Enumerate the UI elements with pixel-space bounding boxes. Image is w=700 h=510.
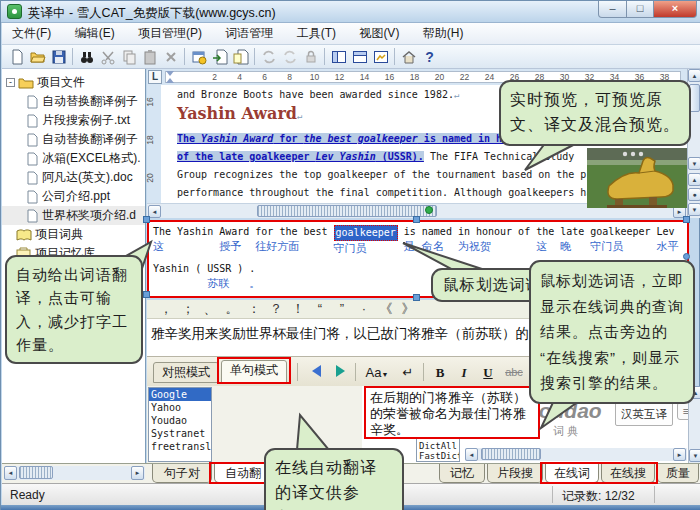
menu-tools[interactable]: 工具(T) xyxy=(287,23,346,44)
tab-quality-check[interactable]: 质量检查 xyxy=(657,464,699,483)
browse-select-button[interactable]: ● xyxy=(688,188,700,201)
open-file-icon[interactable] xyxy=(27,47,48,67)
source-word[interactable]: named xyxy=(422,225,452,239)
engine-item[interactable]: Yahoo xyxy=(149,401,211,414)
refresh-icon[interactable] xyxy=(279,47,300,67)
copy-icon[interactable] xyxy=(118,47,139,67)
tab-memory[interactable]: 记忆库 xyxy=(439,464,485,483)
gloss-word[interactable]: 水平 xyxy=(657,239,679,254)
segment-token[interactable]: in honour为祝贺 xyxy=(458,225,512,256)
gloss-word[interactable]: 往好方面 xyxy=(255,239,327,254)
punct-button[interactable]: ， xyxy=(155,300,177,318)
segment-token[interactable]: Lev水平 xyxy=(657,225,679,256)
browse-previous-button[interactable]: ▲ xyxy=(688,173,700,186)
tree-file-item[interactable]: 阿凡达(英文).doc xyxy=(2,168,145,187)
scrollbar-thumb[interactable] xyxy=(19,466,53,479)
tabstop-selector[interactable]: L xyxy=(148,70,162,84)
menu-help[interactable]: 帮助(H) xyxy=(413,23,474,44)
gloss-word[interactable]: 这 xyxy=(153,239,171,254)
indent-marker-icon[interactable] xyxy=(166,71,174,76)
scroll-right-button[interactable]: ► xyxy=(673,448,686,461)
scroll-up-button[interactable]: ▲ xyxy=(688,69,700,82)
punct-button[interactable]: “ xyxy=(309,300,331,318)
tab-online-dictionary[interactable]: 在线词典 xyxy=(545,464,599,483)
project-export-icon[interactable] xyxy=(188,47,209,67)
target-sentence[interactable]: 雅辛奖用来奖励世界杯最佳门将，以已故门将雅辛（前苏联）的名字命 xyxy=(151,325,570,343)
home-icon[interactable] xyxy=(398,47,419,67)
tree-file-item[interactable]: 世界杯奖项介绍.d xyxy=(2,206,145,225)
sync-icon[interactable] xyxy=(258,47,279,67)
prev-segment-button[interactable] xyxy=(305,362,327,382)
punct-button[interactable]: · xyxy=(353,300,375,318)
source-word[interactable]: is xyxy=(404,225,416,239)
source-word[interactable]: The xyxy=(153,225,171,239)
gloss-word[interactable] xyxy=(237,276,243,291)
gloss-word[interactable]: 授予 xyxy=(219,239,249,254)
punct-button[interactable]: ！ xyxy=(287,300,309,318)
source-word[interactable]: ) xyxy=(237,262,243,276)
tree-file-item[interactable]: 公司介绍.ppt xyxy=(2,187,145,206)
punct-button[interactable]: 。 xyxy=(221,300,243,318)
source-word[interactable]: in honour xyxy=(458,225,512,239)
mt-engine-list[interactable]: Google Yahoo Youdao Systranet freetransl… xyxy=(148,387,212,462)
scroll-right-button[interactable]: ► xyxy=(131,466,144,480)
next-segment-button[interactable] xyxy=(329,362,351,382)
font-button[interactable]: Aa▼ xyxy=(361,362,393,382)
punct-button[interactable]: 《 xyxy=(375,300,397,318)
help-icon[interactable]: ? xyxy=(419,47,440,67)
segment-token[interactable]: late晚 xyxy=(560,225,584,256)
gloss-word[interactable] xyxy=(518,239,530,254)
minimize-button[interactable]: – xyxy=(598,1,627,18)
menu-file[interactable]: 文件(F) xyxy=(2,23,61,44)
cut-icon[interactable] xyxy=(97,47,118,67)
gloss-word[interactable]: 。 xyxy=(249,276,260,291)
scrollbar-thumb[interactable] xyxy=(257,205,437,217)
tree-item-project-dictionary[interactable]: 项目词典 xyxy=(2,225,145,244)
dict-horizontal-scrollbar[interactable]: ◄ ► xyxy=(465,448,687,461)
source-word[interactable]: Yashin ( xyxy=(153,262,201,276)
scroll-down-button[interactable]: ▼ xyxy=(689,449,700,462)
gloss-word[interactable]: 守门员 xyxy=(590,239,650,254)
tab-single-sentence-mode[interactable]: 单句模式 xyxy=(221,360,287,383)
gloss-word[interactable]: 这 xyxy=(536,239,554,254)
tree-file-item[interactable]: 自动替换翻译例子 xyxy=(2,92,145,111)
paste-icon[interactable] xyxy=(139,47,160,67)
bottom-horizontal-scrollbar[interactable]: ◄ ► xyxy=(4,466,145,480)
segment-token[interactable]: named命名 xyxy=(422,225,452,256)
gloss-word[interactable]: 命名 xyxy=(422,239,452,254)
engine-item[interactable]: Systranet xyxy=(149,427,211,440)
segment-token[interactable]: for the best往好方面 xyxy=(255,225,327,256)
layout-preview-icon[interactable] xyxy=(370,47,391,67)
tree-file-item[interactable]: 片段搜索例子.txt xyxy=(2,111,145,130)
strikethrough-button[interactable]: abc xyxy=(501,362,527,382)
layout-vertical-icon[interactable] xyxy=(349,47,370,67)
gloss-word[interactable]: 为祝贺 xyxy=(458,239,512,254)
source-word[interactable]: . xyxy=(249,262,260,276)
lock-icon[interactable] xyxy=(300,47,321,67)
tree-file-item[interactable]: 冰箱(EXCEL格式). xyxy=(2,149,145,168)
gloss-word[interactable]: 苏联 xyxy=(207,276,231,291)
source-word[interactable]: Yashin xyxy=(177,225,213,239)
indent-marker-icon[interactable] xyxy=(166,78,174,83)
dict-item[interactable]: FastDict xyxy=(417,451,459,462)
engine-item[interactable]: freetranslati xyxy=(149,440,211,453)
punct-button[interactable]: ？ xyxy=(265,300,287,318)
gloss-word[interactable] xyxy=(177,239,213,254)
source-word[interactable]: for the best xyxy=(255,225,327,239)
project-import-icon[interactable] xyxy=(209,47,230,67)
gloss-word[interactable]: 是 xyxy=(404,239,416,254)
source-word[interactable]: the xyxy=(536,225,554,239)
scroll-left-button[interactable]: ◄ xyxy=(465,448,478,461)
italic-button[interactable]: I xyxy=(453,362,475,382)
scroll-left-button[interactable]: ◄ xyxy=(4,466,17,480)
tab-sentence-compare[interactable]: 句子对比 xyxy=(152,464,212,483)
find-icon[interactable] xyxy=(76,47,97,67)
bold-button[interactable]: B xyxy=(429,362,451,382)
menu-view[interactable]: 视图(V) xyxy=(349,23,409,44)
close-button[interactable]: × xyxy=(654,1,697,18)
segment-token[interactable]: Yashin ( xyxy=(153,262,201,291)
segment-token[interactable]: USSR苏联 xyxy=(207,262,231,291)
insert-return-button[interactable]: ↵ xyxy=(397,362,419,382)
source-word[interactable]: of xyxy=(518,225,530,239)
punct-button[interactable]: 、 xyxy=(199,300,221,318)
